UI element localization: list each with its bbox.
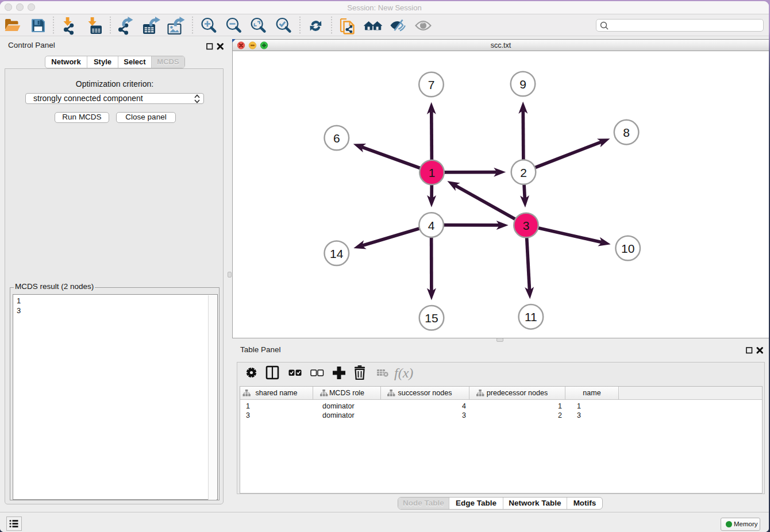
svg-text:8: 8 <box>623 126 630 139</box>
svg-text:6: 6 <box>333 132 340 145</box>
svg-text:f(x): f(x) <box>394 365 413 380</box>
svg-text:15: 15 <box>425 311 438 325</box>
svg-text:3: 3 <box>523 219 530 232</box>
svg-text:1: 1 <box>429 166 436 179</box>
svg-text:9: 9 <box>519 78 526 91</box>
svg-text:2: 2 <box>520 166 527 179</box>
svg-text:14: 14 <box>330 247 344 260</box>
svg-text:11: 11 <box>525 310 537 323</box>
svg-text:4: 4 <box>428 219 435 232</box>
svg-text:7: 7 <box>428 78 435 91</box>
svg-text:10: 10 <box>621 242 634 255</box>
